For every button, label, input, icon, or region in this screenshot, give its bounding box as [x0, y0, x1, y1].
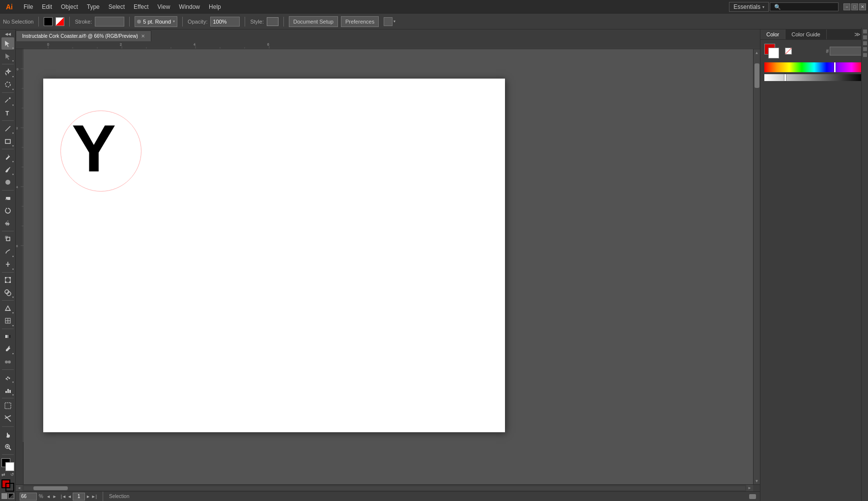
artboard-tool-btn[interactable]	[1, 400, 14, 412]
hscroll-thumb[interactable]	[33, 486, 68, 490]
strip-item-2[interactable]	[863, 35, 867, 39]
blend-tool-btn[interactable]	[1, 356, 14, 368]
preferences-button[interactable]: Preferences	[341, 16, 379, 27]
vscroll-thumb[interactable]	[755, 63, 759, 88]
document-tab[interactable]: Instructable Cork Coaster.ai® @ 66% (RGB…	[16, 30, 151, 41]
width-tool-btn[interactable]	[1, 258, 14, 271]
swap-colors-btn[interactable]: ⇄	[1, 472, 5, 477]
menu-select[interactable]: Select	[105, 2, 129, 11]
direct-selection-tool-btn[interactable]	[1, 50, 14, 62]
document-setup-button[interactable]: Document Setup	[289, 16, 338, 27]
eraser-tool-btn[interactable]	[1, 192, 14, 204]
shape-builder-tool-btn[interactable]	[1, 286, 14, 299]
strip-item-4[interactable]	[863, 47, 867, 51]
fill-swatch[interactable]	[44, 17, 53, 26]
perspective-tool-btn[interactable]	[1, 302, 14, 314]
svg-point-29	[5, 361, 8, 363]
stroke-color-swatch[interactable]	[56, 17, 64, 26]
menu-object[interactable]: Object	[57, 2, 82, 11]
black-spectrum[interactable]	[764, 74, 864, 81]
menu-view[interactable]: View	[154, 2, 174, 11]
menu-help[interactable]: Help	[205, 2, 225, 11]
symbol-sprayer-tool-btn[interactable]	[1, 371, 14, 384]
zoom-input[interactable]: 66%	[20, 493, 37, 501]
slice-tool-btn[interactable]	[1, 413, 14, 425]
status-scroll-indicator[interactable]	[749, 494, 756, 499]
gradient-btn[interactable]	[1, 493, 7, 499]
stroke-color-btn[interactable]	[5, 462, 14, 471]
stroke-value-input[interactable]	[95, 17, 124, 27]
ruler-left: 0 2 4 6	[16, 49, 24, 484]
brush-dropdown-arrow: ▾	[173, 19, 175, 24]
blob-brush-tool-btn[interactable]	[1, 176, 14, 189]
object-stroke-btn[interactable]	[5, 483, 14, 492]
opacity-input[interactable]	[210, 17, 240, 27]
horizontal-scrollbar[interactable]: ◄ ►	[16, 484, 760, 491]
close-button[interactable]: ✕	[859, 3, 866, 10]
view-mode-btn[interactable]	[384, 17, 392, 26]
tool-sep-13	[2, 454, 14, 455]
rotate-tool-btn[interactable]	[1, 204, 14, 217]
selection-tool-btn[interactable]	[1, 37, 14, 50]
maximize-button[interactable]: □	[851, 3, 858, 10]
menu-edit[interactable]: Edit	[38, 2, 56, 11]
right-strip	[861, 29, 868, 501]
search-input[interactable]	[770, 2, 839, 11]
menu-file[interactable]: File	[20, 2, 37, 11]
scale-tool-btn[interactable]	[1, 233, 14, 245]
hex-color-input[interactable]: FF0000	[830, 47, 864, 56]
page-first-btn[interactable]: |◄	[61, 494, 66, 499]
svg-rect-27	[5, 335, 10, 338]
reset-colors-btn[interactable]: ↺	[10, 472, 14, 477]
minimize-button[interactable]: −	[843, 3, 850, 10]
pen-tool-btn[interactable]	[1, 94, 14, 107]
toolbar-collapse[interactable]: ◀◀	[0, 31, 15, 37]
reflect-tool-btn[interactable]	[1, 217, 14, 229]
scroll-right-btn[interactable]: ►	[746, 485, 753, 492]
page-last-btn[interactable]: ►|	[91, 494, 97, 499]
mesh-tool-btn[interactable]	[1, 315, 14, 327]
lasso-tool-btn[interactable]	[1, 79, 14, 91]
color-tab[interactable]: Color	[760, 29, 785, 39]
doc-tab-close[interactable]: ✕	[141, 33, 145, 39]
magic-wand-tool-btn[interactable]	[1, 66, 14, 78]
rectangle-tool-btn[interactable]	[1, 135, 14, 147]
menu-effect[interactable]: Effect	[130, 2, 152, 11]
scroll-left-btn[interactable]: ◄	[16, 485, 23, 492]
vertical-scrollbar[interactable]: ▲ ▼	[753, 49, 760, 484]
strip-item-1[interactable]	[863, 29, 867, 33]
text-element-y[interactable]: Y	[72, 115, 116, 182]
type-tool-btn[interactable]: T	[1, 107, 14, 119]
color-spectrum[interactable]	[764, 62, 864, 72]
color-guide-tab[interactable]: Color Guide	[785, 29, 827, 39]
scroll-down-btn[interactable]: ▼	[754, 477, 760, 484]
style-swatch[interactable]	[267, 17, 279, 26]
column-graph-tool-btn[interactable]	[1, 384, 14, 396]
brush-dropdown[interactable]: 5 pt. Round ▾	[135, 16, 177, 27]
zoom-tool-btn[interactable]	[1, 441, 14, 453]
strip-item-3[interactable]	[863, 41, 867, 45]
ruler-top-svg: 0 2 4 6	[24, 41, 760, 49]
warp-tool-btn[interactable]	[1, 246, 14, 258]
zoom-left-btn[interactable]: ◄	[46, 494, 51, 499]
menu-window[interactable]: Window	[175, 2, 204, 11]
panel-expand-btn[interactable]: ≫	[854, 31, 861, 38]
menu-type[interactable]: Type	[83, 2, 104, 11]
hand-tool-btn[interactable]	[1, 428, 14, 441]
pencil-tool-btn[interactable]	[1, 151, 14, 163]
color-stroke-swatch[interactable]	[768, 48, 779, 58]
eyedropper-tool-btn[interactable]	[1, 343, 14, 356]
line-tool-btn[interactable]	[1, 122, 14, 135]
page-next-btn[interactable]: ►	[86, 494, 90, 499]
workspace-dropdown[interactable]: Essentials ▾	[729, 2, 769, 12]
none-btn[interactable]	[8, 493, 14, 499]
free-transform-tool-btn[interactable]	[1, 274, 14, 286]
page-number-input[interactable]: 1	[73, 493, 85, 501]
zoom-right-btn[interactable]: ►	[53, 494, 57, 499]
paintbrush-tool-btn[interactable]	[1, 164, 14, 176]
strip-item-5[interactable]	[863, 53, 867, 57]
gradient-tool-btn[interactable]	[1, 331, 14, 343]
canvas-viewport[interactable]: Y	[24, 49, 753, 484]
page-prev-btn[interactable]: ◄	[67, 494, 72, 499]
scroll-up-btn[interactable]: ▲	[754, 49, 760, 56]
